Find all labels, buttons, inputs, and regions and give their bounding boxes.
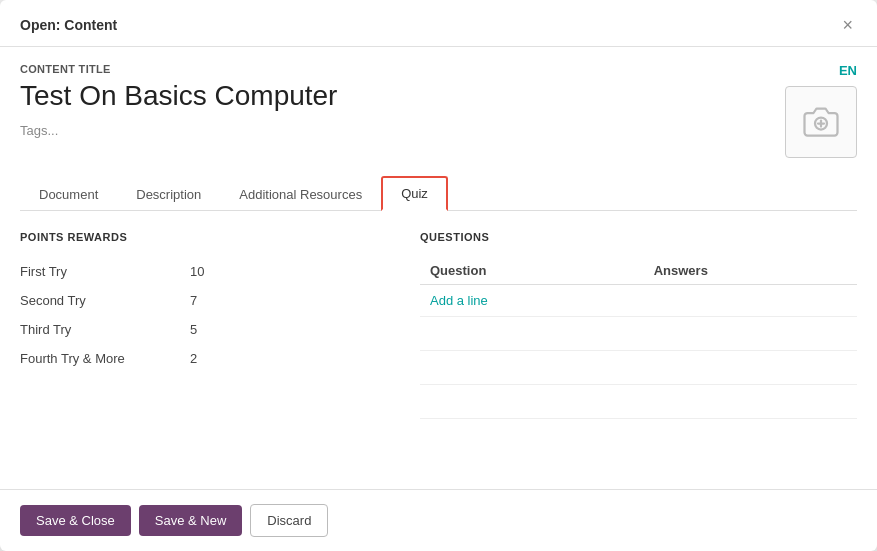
points-rewards-label: POINTS REWARDS [20,231,380,243]
content-title-label: Content Title [20,63,785,75]
modal-header: Open: Content × [0,0,877,47]
tab-content-quiz: POINTS REWARDS First Try10Second Try7Thi… [20,211,857,489]
modal-footer: Save & Close Save & New Discard [0,489,877,551]
modal-container: Open: Content × Content Title Test On Ba… [0,0,877,551]
content-header: Content Title Test On Basics Computer Ta… [20,63,857,158]
points-rewards-section: POINTS REWARDS First Try10Second Try7Thi… [20,231,380,479]
tab-bar: Document Description Additional Resource… [20,176,857,211]
table-row: Third Try5 [20,315,380,344]
table-row: Add a line [420,285,857,317]
save-close-button[interactable]: Save & Close [20,505,131,536]
table-row [420,385,857,419]
image-upload-placeholder[interactable] [785,86,857,158]
table-row: Fourth Try & More2 [20,344,380,373]
questions-table: Question Answers Add a line [420,257,857,419]
modal-title: Open: Content [20,17,117,33]
points-table: First Try10Second Try7Third Try5Fourth T… [20,257,380,373]
table-row: First Try10 [20,257,380,286]
col-answers: Answers [644,257,857,285]
tab-quiz[interactable]: Quiz [381,176,448,211]
tab-additional-resources[interactable]: Additional Resources [220,176,381,211]
content-right: EN [785,63,857,158]
table-row: Second Try7 [20,286,380,315]
close-button[interactable]: × [838,14,857,36]
save-new-button[interactable]: Save & New [139,505,243,536]
content-title-value: Test On Basics Computer [20,79,785,113]
table-row [420,317,857,351]
language-badge[interactable]: EN [839,63,857,78]
col-question: Question [420,257,644,285]
questions-section: QUESTIONS Question Answers Add a line [420,231,857,479]
tags-link[interactable]: Tags... [20,123,58,138]
tab-description[interactable]: Description [117,176,220,211]
tab-document[interactable]: Document [20,176,117,211]
add-line-link[interactable]: Add a line [430,293,488,308]
content-left: Content Title Test On Basics Computer Ta… [20,63,785,139]
modal-body: Content Title Test On Basics Computer Ta… [0,47,877,489]
discard-button[interactable]: Discard [250,504,328,537]
questions-label: QUESTIONS [420,231,857,243]
table-row [420,351,857,385]
